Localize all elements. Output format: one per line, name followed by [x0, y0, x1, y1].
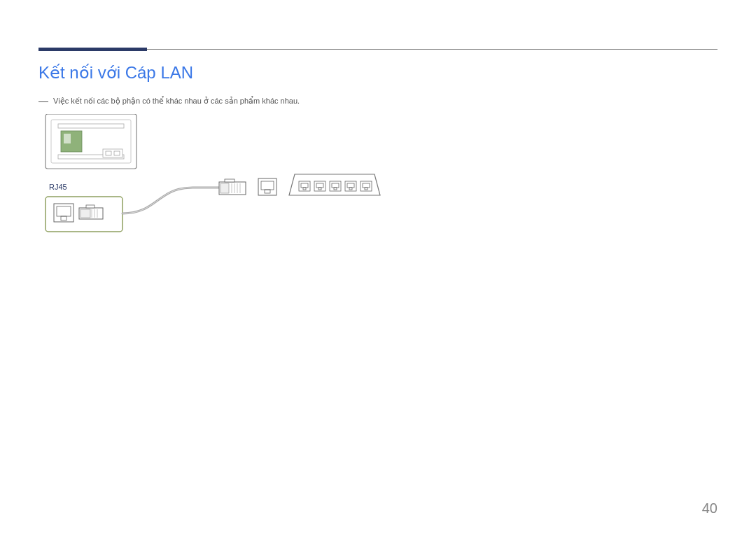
rj45-label: RJ45 [49, 183, 67, 191]
svg-rect-28 [265, 190, 270, 193]
page-root: Kết nối với Cáp LAN Việc kết nối các bộ … [0, 0, 756, 534]
svg-rect-18 [86, 205, 94, 208]
top-divider-accent [38, 48, 147, 51]
svg-rect-27 [261, 181, 274, 190]
svg-rect-5 [64, 134, 71, 143]
svg-rect-20 [220, 183, 229, 193]
svg-rect-11 [57, 206, 71, 216]
svg-rect-12 [61, 216, 66, 220]
connection-diagram: RJ45 [38, 114, 458, 254]
display-device-icon [46, 114, 136, 169]
dash-icon [38, 101, 48, 102]
note-content: Việc kết nối các bộ phận có thể khác nha… [53, 97, 300, 105]
diagram-svg: RJ45 [38, 114, 458, 254]
note-text: Việc kết nối các bộ phận có thể khác nha… [38, 97, 718, 106]
rj45-socket-icon [258, 178, 276, 195]
rj45-port-box-icon [46, 197, 122, 232]
lan-cable-icon [122, 188, 219, 213]
cable-plug-icon [219, 179, 246, 195]
svg-rect-25 [225, 179, 234, 182]
network-hub-icon [289, 174, 380, 195]
section-heading: Kết nối với Cáp LAN [38, 63, 718, 83]
svg-rect-14 [80, 209, 90, 218]
page-number: 40 [702, 500, 718, 517]
